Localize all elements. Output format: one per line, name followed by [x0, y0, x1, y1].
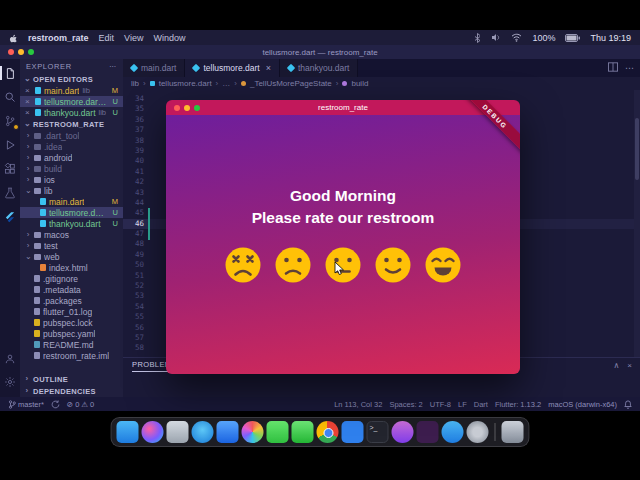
settings-gear-icon[interactable] [2, 375, 18, 389]
volume-icon[interactable] [491, 33, 501, 42]
panel-close-icon[interactable]: × [627, 361, 632, 370]
search-icon[interactable] [2, 90, 18, 104]
rating-dissatisfied-button[interactable] [274, 246, 312, 284]
tab-tellusmore-dart[interactable]: tellusmore.dart × [185, 59, 279, 77]
tree-item-pubspec-yaml[interactable]: pubspec.yaml [20, 328, 123, 339]
explorer-more-icon[interactable]: ⋯ [109, 62, 117, 71]
line-number[interactable]: 35 [123, 104, 150, 114]
project-section-header[interactable]: ⌄ RESTROOM_RATE [20, 118, 123, 130]
line-number[interactable]: 44 [123, 198, 150, 208]
zoom-window-button[interactable] [28, 49, 34, 55]
apple-menu-icon[interactable] [9, 33, 18, 43]
tab-thankyou-dart[interactable]: thankyou.dart [280, 59, 359, 77]
line-number[interactable]: 36 [123, 115, 150, 125]
tree-item-dart-tool[interactable]: ›.dart_tool [20, 130, 123, 141]
tree-item-iml[interactable]: restroom_rate.iml [20, 350, 123, 361]
dock-item-messages[interactable] [267, 421, 289, 443]
tree-item-web[interactable]: ⌄web [20, 251, 123, 262]
close-tab-icon[interactable]: × [266, 63, 271, 73]
dock-item-facetime[interactable] [292, 421, 314, 443]
tree-item-pubspec-lock[interactable]: pubspec.lock [20, 317, 123, 328]
tree-item-packages[interactable]: .packages [20, 295, 123, 306]
close-icon[interactable]: × [25, 98, 32, 106]
line-number[interactable]: 56 [123, 323, 150, 333]
outline-section-header[interactable]: › OUTLINE [20, 373, 123, 385]
open-editor-tellusmore-dart[interactable]: × tellusmore.dar… U [20, 96, 123, 107]
line-number[interactable]: 49 [123, 250, 150, 260]
line-number[interactable]: 54 [123, 302, 150, 312]
bluetooth-icon[interactable] [474, 33, 481, 43]
line-number[interactable]: 57 [123, 333, 150, 343]
dock-item-vscode[interactable] [342, 421, 364, 443]
tree-item-gitignore[interactable]: .gitignore [20, 273, 123, 284]
menubar-app-name[interactable]: restroom_rate [28, 33, 89, 43]
current-line-number[interactable]: 46 [123, 219, 150, 229]
tree-item-idea[interactable]: ›.idea [20, 141, 123, 152]
line-number[interactable]: 38 [123, 136, 150, 146]
close-icon[interactable]: × [25, 109, 32, 117]
line-number[interactable]: 48 [123, 239, 150, 249]
dock-item-trash[interactable] [502, 421, 524, 443]
tree-item-readme[interactable]: README.md [20, 339, 123, 350]
flutter-version-indicator[interactable]: Flutter: 1.13.2 [495, 400, 541, 409]
panel-collapse-icon[interactable]: ∧ [613, 361, 619, 370]
menu-edit[interactable]: Edit [99, 33, 115, 43]
line-number[interactable]: 43 [123, 188, 150, 198]
platform-indicator[interactable]: macOS (darwin-x64) [548, 400, 617, 409]
eol-indicator[interactable]: LF [458, 400, 467, 409]
dock-item-launchpad[interactable] [167, 421, 189, 443]
battery-percent[interactable]: 100% [532, 33, 555, 43]
account-icon[interactable] [2, 352, 18, 366]
line-number[interactable]: 47 [123, 229, 150, 239]
rating-satisfied-button[interactable] [374, 246, 412, 284]
tree-item-flutter-log[interactable]: flutter_01.log [20, 306, 123, 317]
dock-item-chrome[interactable] [317, 421, 339, 443]
more-actions-icon[interactable]: ⋯ [625, 63, 634, 73]
extensions-icon[interactable] [2, 162, 18, 176]
line-number[interactable]: 53 [123, 291, 150, 301]
line-number[interactable]: 39 [123, 146, 150, 156]
close-icon[interactable]: × [25, 87, 32, 95]
encoding-indicator[interactable]: UTF-8 [430, 400, 451, 409]
tree-item-macos[interactable]: ›macos [20, 229, 123, 240]
open-editor-main-dart[interactable]: × main.dart lib M [20, 85, 123, 96]
tree-item-build[interactable]: ›build [20, 163, 123, 174]
close-window-button[interactable] [174, 105, 180, 111]
dock-item-siri[interactable] [142, 421, 164, 443]
zoom-window-button[interactable] [194, 105, 200, 111]
dock-item-photos[interactable] [242, 421, 264, 443]
sync-icon[interactable] [51, 400, 60, 409]
problems-indicator[interactable]: ⊘ 0 ⚠ 0 [67, 400, 94, 409]
close-window-button[interactable] [8, 49, 14, 55]
line-number[interactable]: 58 [123, 343, 150, 353]
minimize-window-button[interactable] [18, 49, 24, 55]
line-number[interactable]: 37 [123, 125, 150, 135]
rating-very-satisfied-button[interactable] [424, 246, 462, 284]
notifications-bell-icon[interactable] [624, 400, 632, 409]
cursor-position-indicator[interactable]: Ln 113, Col 32 [334, 400, 382, 409]
dock-item-mail[interactable] [217, 421, 239, 443]
breadcrumb[interactable]: lib› tellusmore.dart› …› _TellUsMorePage… [123, 77, 640, 90]
dock-item-system-preferences[interactable] [467, 421, 489, 443]
dock-item-music[interactable] [392, 421, 414, 443]
tree-item-android[interactable]: ›android [20, 152, 123, 163]
open-editor-thankyou-dart[interactable]: × thankyou.dart lib U [20, 107, 123, 118]
flutter-icon[interactable] [2, 210, 18, 224]
run-debug-icon[interactable] [2, 138, 18, 152]
tree-item-tellusmore-dart[interactable]: tellusmore.d…U [20, 207, 123, 218]
dock-item-slack[interactable] [417, 421, 439, 443]
dock-item-app-store[interactable] [442, 421, 464, 443]
indentation-indicator[interactable]: Spaces: 2 [389, 400, 422, 409]
tree-item-ios[interactable]: ›ios [20, 174, 123, 185]
dock-item-terminal[interactable]: >_ [367, 421, 389, 443]
open-editors-header[interactable]: ⌄ OPEN EDITORS [20, 73, 123, 85]
line-number[interactable]: 50 [123, 260, 150, 270]
test-beaker-icon[interactable] [2, 186, 18, 200]
tree-item-lib[interactable]: ⌄lib [20, 185, 123, 196]
source-control-icon[interactable] [2, 114, 18, 128]
menu-view[interactable]: View [124, 33, 143, 43]
menu-window[interactable]: Window [153, 33, 185, 43]
line-number[interactable]: 34 [123, 94, 150, 104]
wifi-icon[interactable] [511, 33, 522, 42]
line-number[interactable]: 51 [123, 271, 150, 281]
